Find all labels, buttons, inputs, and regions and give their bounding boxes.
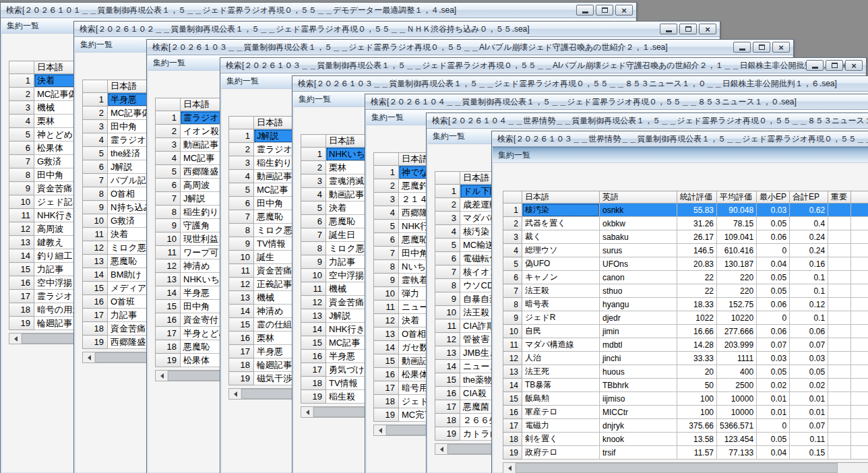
min-ep-cell[interactable]: 0.04 xyxy=(757,257,790,271)
scroll-left-button[interactable] xyxy=(435,444,447,454)
total-ep-cell[interactable]: 0.07 xyxy=(790,419,828,433)
english-cell[interactable]: okbkw xyxy=(600,217,677,230)
stat-eval-cell[interactable]: 18.33 xyxy=(677,298,717,311)
english-cell[interactable]: trsif xyxy=(600,446,677,460)
min-ep-cell[interactable]: 0 xyxy=(757,419,790,433)
english-cell[interactable]: hyangu xyxy=(600,298,677,311)
importance-cell[interactable] xyxy=(828,257,851,271)
avg-eval-cell[interactable]: 77.133 xyxy=(717,446,757,460)
japanese-cell[interactable]: マダバ構造線 xyxy=(522,338,600,352)
importance-cell[interactable] xyxy=(828,244,851,257)
avg-eval-cell[interactable]: 109.041 xyxy=(717,230,757,244)
stat-eval-cell[interactable]: 33.33 xyxy=(677,352,717,365)
avg-eval-cell[interactable]: 1111 xyxy=(717,352,757,365)
window-titlebar[interactable]: 検索[２０２６１０４＿＿世界情勢＿＿質量制御再現公表１，５＿＿ジェド霊界ラジオ再… xyxy=(427,113,868,129)
importance-cell[interactable] xyxy=(828,284,851,298)
english-cell[interactable]: jimin xyxy=(600,325,677,338)
min-ep-cell[interactable]: 0.05 xyxy=(757,433,790,446)
column-header[interactable]: 重要 xyxy=(828,191,851,203)
total-ep-cell[interactable]: 0.07 xyxy=(790,338,828,352)
avg-eval-cell[interactable]: 610.416 xyxy=(717,244,757,257)
english-cell[interactable]: sabaku xyxy=(600,230,677,244)
min-ep-cell[interactable]: 0.06 xyxy=(757,298,790,311)
importance-cell[interactable] xyxy=(828,217,851,230)
japanese-cell[interactable]: 総理ウソ xyxy=(522,244,600,257)
total-ep-cell[interactable]: 0.1 xyxy=(790,284,828,298)
minimize-button[interactable] xyxy=(576,5,594,15)
close-button[interactable]: × xyxy=(699,24,716,34)
total-ep-cell[interactable]: 0.06 xyxy=(790,325,828,338)
english-cell[interactable]: iijmiso xyxy=(600,392,677,406)
maximize-button[interactable] xyxy=(753,42,770,53)
japanese-cell[interactable]: 核汚染 xyxy=(522,203,600,217)
stat-eval-cell[interactable]: 50 xyxy=(677,379,717,392)
avg-eval-cell[interactable]: 220 xyxy=(717,271,757,284)
stat-eval-cell[interactable]: 14.28 xyxy=(677,338,717,352)
japanese-cell[interactable]: TB暴落 xyxy=(522,379,600,392)
window-titlebar[interactable]: 検索[２０２６１０３＿＿質量制御再現公表１，５＿＿ジェド霊界ラジオ再現０，５５＿… xyxy=(147,40,793,55)
scrollbar-thumb[interactable] xyxy=(516,463,838,473)
japanese-cell[interactable]: 剣を置く xyxy=(522,433,600,446)
min-ep-cell[interactable]: 0.02 xyxy=(757,379,790,392)
stat-eval-cell[interactable]: 13.58 xyxy=(677,433,717,446)
min-ep-cell[interactable]: 0.05 xyxy=(757,284,790,298)
window-titlebar[interactable]: 検索[２０２６１０１＿＿質量制御再現公表１，５＿＿ジェド霊界ラジオ再現０，５５＿… xyxy=(1,3,636,18)
english-cell[interactable]: jinchi xyxy=(600,352,677,365)
avg-eval-cell[interactable]: 130.187 xyxy=(717,257,757,271)
avg-eval-cell[interactable]: 152.75 xyxy=(717,298,757,311)
japanese-cell[interactable]: 軍産テロ xyxy=(522,406,600,419)
total-ep-cell[interactable]: 0.11 xyxy=(790,433,828,446)
min-ep-cell[interactable]: 0.06 xyxy=(757,230,790,244)
column-header[interactable]: 平均評価 xyxy=(717,191,757,203)
importance-cell[interactable] xyxy=(828,311,851,325)
scroll-left-button[interactable] xyxy=(503,463,516,473)
window-titlebar[interactable]: 検索[２０２６１０４＿＿質量制御再現公表１，５＿＿ジェド霊界ラジオ再現０，５５＿… xyxy=(365,94,868,110)
maximize-button[interactable] xyxy=(679,24,697,34)
column-header[interactable]: 英語 xyxy=(600,191,677,203)
avg-eval-cell[interactable]: 90.048 xyxy=(717,203,757,217)
maximize-button[interactable] xyxy=(596,5,613,15)
stat-eval-cell[interactable]: 55.83 xyxy=(677,203,717,217)
stat-eval-cell[interactable]: 100 xyxy=(677,406,717,419)
japanese-cell[interactable]: 自民 xyxy=(522,325,600,338)
importance-cell[interactable] xyxy=(828,379,851,392)
stat-eval-cell[interactable]: 11.57 xyxy=(677,446,717,460)
avg-eval-cell[interactable]: 220 xyxy=(717,284,757,298)
japanese-cell[interactable]: 暗号表 xyxy=(522,298,600,311)
total-ep-cell[interactable]: 0.01 xyxy=(790,392,828,406)
avg-eval-cell[interactable]: 10220 xyxy=(717,311,757,325)
total-ep-cell[interactable]: 0.15 xyxy=(790,446,828,460)
scroll-left-button[interactable] xyxy=(83,352,95,362)
maximize-button[interactable] xyxy=(826,60,843,71)
stat-eval-cell[interactable]: 375.66 xyxy=(677,419,717,433)
importance-cell[interactable] xyxy=(828,325,851,338)
stat-eval-cell[interactable]: 20.83 xyxy=(677,257,717,271)
japanese-cell[interactable]: 電磁力 xyxy=(522,419,600,433)
min-ep-cell[interactable]: 0.05 xyxy=(757,271,790,284)
window-titlebar[interactable]: 検索[２０２６１０３＿＿世界情勢＿＿質量制御再現公表１，５＿＿ジェド霊界ラジオ再… xyxy=(492,131,868,147)
min-ep-cell[interactable]: 0.07 xyxy=(757,338,790,352)
total-ep-cell[interactable]: 0.12 xyxy=(790,298,828,311)
avg-eval-cell[interactable]: 78.15 xyxy=(717,217,757,230)
importance-cell[interactable] xyxy=(828,433,851,446)
scroll-left-button[interactable] xyxy=(374,425,386,435)
english-cell[interactable]: djedr xyxy=(600,311,677,325)
window-titlebar[interactable]: 検索[２０２６１０２＿＿質量制御再現公表１，５＿＿ジェド霊界ラジオ再現０，５５＿… xyxy=(74,22,720,37)
english-cell[interactable]: UFOns xyxy=(600,257,677,271)
importance-cell[interactable] xyxy=(828,392,851,406)
english-cell[interactable]: dnjryk xyxy=(600,419,677,433)
avg-eval-cell[interactable]: 5366.571 xyxy=(717,419,757,433)
japanese-cell[interactable]: 政府テロ xyxy=(522,446,600,460)
importance-cell[interactable] xyxy=(828,230,851,244)
importance-cell[interactable] xyxy=(828,446,851,460)
min-ep-cell[interactable]: 0.06 xyxy=(757,325,790,338)
column-header[interactable]: 日本語 xyxy=(522,191,600,203)
japanese-cell[interactable]: 裁く xyxy=(522,230,600,244)
english-cell[interactable]: mdbtl xyxy=(600,338,677,352)
english-cell[interactable]: huous xyxy=(600,365,677,379)
min-ep-cell[interactable]: 0.01 xyxy=(757,392,790,406)
total-ep-cell[interactable]: 0.62 xyxy=(790,203,828,217)
minimize-button[interactable] xyxy=(733,42,751,53)
avg-eval-cell[interactable]: 2500 xyxy=(717,379,757,392)
stat-eval-cell[interactable]: 26.17 xyxy=(677,230,717,244)
